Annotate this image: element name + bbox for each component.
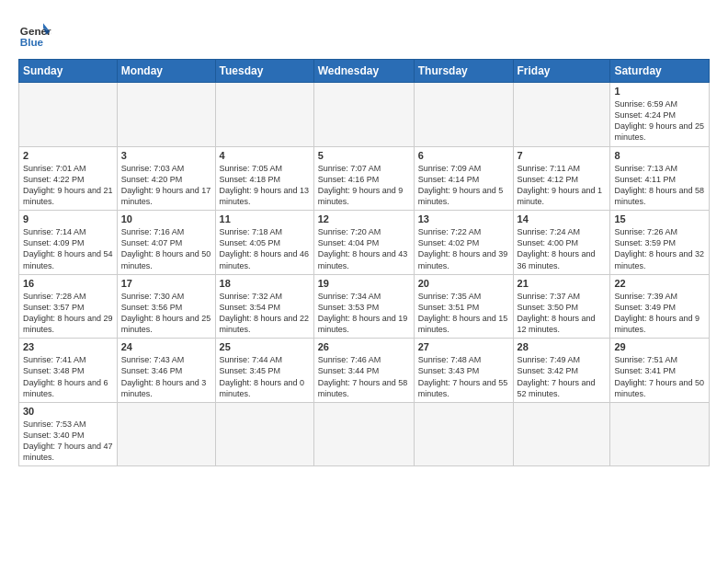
weekday-header-tuesday: Tuesday: [215, 60, 313, 83]
calendar-cell: 6Sunrise: 7:09 AM Sunset: 4:14 PM Daylig…: [414, 146, 513, 211]
day-number: 21: [518, 278, 607, 289]
day-number: 28: [518, 341, 607, 352]
day-number: 20: [418, 278, 509, 289]
calendar-cell: 2Sunrise: 7:01 AM Sunset: 4:22 PM Daylig…: [19, 146, 118, 211]
day-number: 16: [23, 278, 113, 289]
day-info: Sunrise: 7:26 AM Sunset: 3:59 PM Dayligh…: [614, 226, 705, 271]
calendar-cell: [313, 402, 414, 466]
day-info: Sunrise: 7:30 AM Sunset: 3:56 PM Dayligh…: [121, 291, 211, 336]
calendar-cell: 15Sunrise: 7:26 AM Sunset: 3:59 PM Dayli…: [610, 211, 710, 275]
day-info: Sunrise: 7:44 AM Sunset: 3:45 PM Dayligh…: [220, 354, 310, 399]
header: General Blue: [18, 17, 710, 50]
day-info: Sunrise: 7:18 AM Sunset: 4:05 PM Dayligh…: [220, 226, 310, 271]
calendar-cell: [117, 83, 215, 147]
day-number: 23: [23, 341, 113, 352]
svg-text:Blue: Blue: [20, 36, 44, 48]
day-info: Sunrise: 7:09 AM Sunset: 4:14 PM Dayligh…: [418, 163, 509, 208]
day-info: Sunrise: 7:16 AM Sunset: 4:07 PM Dayligh…: [121, 226, 211, 271]
day-info: Sunrise: 7:14 AM Sunset: 4:09 PM Dayligh…: [23, 226, 113, 271]
day-number: 12: [318, 213, 410, 224]
calendar-cell: [215, 83, 313, 147]
day-number: 18: [220, 278, 310, 289]
day-number: 14: [518, 213, 607, 224]
calendar-cell: 26Sunrise: 7:46 AM Sunset: 3:44 PM Dayli…: [313, 339, 414, 403]
day-number: 19: [318, 278, 410, 289]
weekday-header-thursday: Thursday: [414, 60, 513, 83]
day-info: Sunrise: 6:59 AM Sunset: 4:24 PM Dayligh…: [614, 98, 705, 144]
day-number: 30: [23, 406, 113, 417]
weekday-header-sunday: Sunday: [19, 60, 118, 83]
calendar-cell: 5Sunrise: 7:07 AM Sunset: 4:16 PM Daylig…: [313, 146, 414, 211]
calendar-cell: 22Sunrise: 7:39 AM Sunset: 3:49 PM Dayli…: [610, 274, 710, 339]
calendar-cell: 13Sunrise: 7:22 AM Sunset: 4:02 PM Dayli…: [414, 211, 513, 275]
calendar-cell: 7Sunrise: 7:11 AM Sunset: 4:12 PM Daylig…: [513, 146, 610, 211]
calendar-cell: [513, 402, 610, 466]
calendar-cell: [117, 402, 215, 466]
day-info: Sunrise: 7:28 AM Sunset: 3:57 PM Dayligh…: [23, 291, 113, 336]
day-info: Sunrise: 7:07 AM Sunset: 4:16 PM Dayligh…: [318, 163, 410, 208]
calendar-cell: 4Sunrise: 7:05 AM Sunset: 4:18 PM Daylig…: [215, 146, 313, 211]
day-number: 29: [614, 341, 705, 352]
calendar-cell: 18Sunrise: 7:32 AM Sunset: 3:54 PM Dayli…: [215, 274, 313, 339]
calendar-cell: [513, 83, 610, 147]
day-number: 10: [121, 213, 211, 224]
day-number: 3: [121, 150, 211, 161]
calendar-cell: 27Sunrise: 7:48 AM Sunset: 3:43 PM Dayli…: [414, 339, 513, 403]
day-number: 2: [23, 150, 113, 161]
day-info: Sunrise: 7:01 AM Sunset: 4:22 PM Dayligh…: [23, 163, 113, 208]
week-row-6: 30Sunrise: 7:53 AM Sunset: 3:40 PM Dayli…: [19, 402, 710, 466]
week-row-3: 9Sunrise: 7:14 AM Sunset: 4:09 PM Daylig…: [19, 211, 710, 275]
calendar-cell: [414, 83, 513, 147]
day-info: Sunrise: 7:22 AM Sunset: 4:02 PM Dayligh…: [418, 226, 509, 271]
day-info: Sunrise: 7:20 AM Sunset: 4:04 PM Dayligh…: [318, 226, 410, 271]
calendar-cell: 25Sunrise: 7:44 AM Sunset: 3:45 PM Dayli…: [215, 339, 313, 403]
day-info: Sunrise: 7:32 AM Sunset: 3:54 PM Dayligh…: [220, 291, 310, 336]
calendar-cell: [19, 83, 118, 147]
weekday-header-friday: Friday: [513, 60, 610, 83]
calendar-cell: 30Sunrise: 7:53 AM Sunset: 3:40 PM Dayli…: [19, 402, 118, 466]
calendar-cell: 17Sunrise: 7:30 AM Sunset: 3:56 PM Dayli…: [117, 274, 215, 339]
day-number: 1: [614, 86, 705, 97]
day-number: 11: [220, 213, 310, 224]
calendar-cell: 23Sunrise: 7:41 AM Sunset: 3:48 PM Dayli…: [19, 339, 118, 403]
day-info: Sunrise: 7:46 AM Sunset: 3:44 PM Dayligh…: [318, 354, 410, 399]
day-number: 9: [23, 213, 113, 224]
day-info: Sunrise: 7:13 AM Sunset: 4:11 PM Dayligh…: [614, 163, 705, 208]
calendar-cell: 28Sunrise: 7:49 AM Sunset: 3:42 PM Dayli…: [513, 339, 610, 403]
weekday-header-saturday: Saturday: [610, 60, 710, 83]
day-number: 25: [220, 341, 310, 352]
calendar-cell: 12Sunrise: 7:20 AM Sunset: 4:04 PM Dayli…: [313, 211, 414, 275]
week-row-4: 16Sunrise: 7:28 AM Sunset: 3:57 PM Dayli…: [19, 274, 710, 339]
day-number: 22: [614, 278, 705, 289]
day-info: Sunrise: 7:39 AM Sunset: 3:49 PM Dayligh…: [614, 291, 705, 336]
weekday-header-monday: Monday: [117, 60, 215, 83]
week-row-1: 1Sunrise: 6:59 AM Sunset: 4:24 PM Daylig…: [19, 83, 710, 147]
day-number: 8: [614, 150, 705, 161]
day-info: Sunrise: 7:48 AM Sunset: 3:43 PM Dayligh…: [418, 354, 509, 399]
day-number: 15: [614, 213, 705, 224]
calendar-cell: 9Sunrise: 7:14 AM Sunset: 4:09 PM Daylig…: [19, 211, 118, 275]
calendar-table: SundayMondayTuesdayWednesdayThursdayFrid…: [18, 59, 710, 466]
day-info: Sunrise: 7:43 AM Sunset: 3:46 PM Dayligh…: [121, 354, 211, 399]
day-info: Sunrise: 7:24 AM Sunset: 4:00 PM Dayligh…: [518, 226, 607, 271]
calendar-cell: 11Sunrise: 7:18 AM Sunset: 4:05 PM Dayli…: [215, 211, 313, 275]
calendar-cell: 14Sunrise: 7:24 AM Sunset: 4:00 PM Dayli…: [513, 211, 610, 275]
day-info: Sunrise: 7:35 AM Sunset: 3:51 PM Dayligh…: [418, 291, 509, 336]
weekday-header-row: SundayMondayTuesdayWednesdayThursdayFrid…: [19, 60, 710, 83]
day-number: 7: [518, 150, 607, 161]
calendar-cell: 1Sunrise: 6:59 AM Sunset: 4:24 PM Daylig…: [610, 83, 710, 147]
day-number: 4: [220, 150, 310, 161]
day-info: Sunrise: 7:03 AM Sunset: 4:20 PM Dayligh…: [121, 163, 211, 208]
logo-icon: General Blue: [18, 17, 51, 50]
day-info: Sunrise: 7:05 AM Sunset: 4:18 PM Dayligh…: [220, 163, 310, 208]
week-row-2: 2Sunrise: 7:01 AM Sunset: 4:22 PM Daylig…: [19, 146, 710, 211]
day-number: 24: [121, 341, 211, 352]
calendar-cell: [215, 402, 313, 466]
calendar-cell: 10Sunrise: 7:16 AM Sunset: 4:07 PM Dayli…: [117, 211, 215, 275]
week-row-5: 23Sunrise: 7:41 AM Sunset: 3:48 PM Dayli…: [19, 339, 710, 403]
calendar-cell: [610, 402, 710, 466]
day-number: 17: [121, 278, 211, 289]
day-number: 5: [318, 150, 410, 161]
page: General Blue SundayMondayTuesdayWednesda…: [0, 0, 728, 476]
calendar-cell: 21Sunrise: 7:37 AM Sunset: 3:50 PM Dayli…: [513, 274, 610, 339]
